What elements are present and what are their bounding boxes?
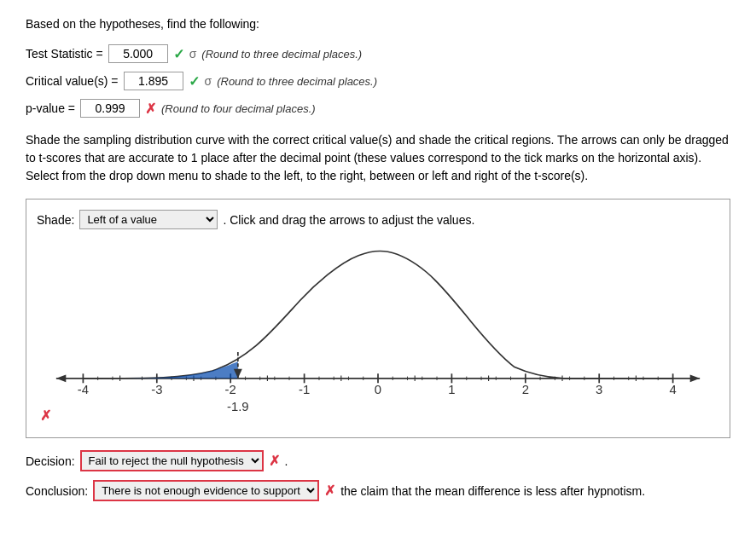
test-statistic-hint: (Round to three decimal places.) (201, 48, 362, 61)
critical-value-label: Critical value(s) = (26, 74, 119, 88)
decision-label: Decision: (26, 454, 75, 468)
svg-text:2: 2 (522, 384, 529, 397)
shade-select[interactable]: Left of a value Right of a value Between… (79, 210, 218, 229)
curve-svg: -4 -3 -2 -1 0 1 2 3 4 -1.9 (37, 240, 719, 427)
instruction-text: Based on the hypotheses, find the follow… (26, 17, 730, 31)
graph-area: -4 -3 -2 -1 0 1 2 3 4 -1.9 (37, 240, 719, 427)
test-statistic-row: Test Statistic = ✓ σ (Round to three dec… (26, 44, 730, 63)
svg-text:0: 0 (375, 384, 381, 397)
p-value-input[interactable] (80, 99, 140, 118)
conclusion-row: Conclusion: There is not enough evidence… (26, 480, 730, 502)
critical-value-row: Critical value(s) = ✓ σ (Round to three … (26, 72, 730, 90)
p-value-hint: (Round to four decimal places.) (161, 102, 316, 115)
critical-value-input[interactable] (124, 72, 183, 90)
test-statistic-input[interactable] (108, 44, 168, 63)
svg-text:-2: -2 (225, 384, 236, 397)
shade-label: Shade: (37, 213, 74, 227)
test-statistic-check-icon[interactable]: ✓ (173, 46, 184, 62)
svg-text:-3: -3 (151, 384, 162, 397)
svg-text:-1.9: -1.9 (227, 401, 249, 414)
shade-instruction-text: Shade the sampling distribution curve wi… (26, 131, 730, 185)
critical-value-sigma-icon: σ (205, 74, 212, 88)
conclusion-select[interactable]: There is not enough evidence to support … (93, 480, 319, 501)
critical-value-hint: (Round to three decimal places.) (217, 75, 377, 88)
critical-value-check-icon[interactable]: ✓ (189, 73, 200, 90)
svg-text:1: 1 (448, 384, 455, 397)
svg-marker-58 (56, 374, 66, 382)
svg-text:-1: -1 (299, 384, 310, 397)
p-value-label: p-value = (26, 101, 75, 115)
graph-x-icon[interactable]: ✗ (40, 408, 51, 424)
shade-row: Shade: Left of a value Right of a value … (37, 210, 719, 229)
svg-text:4: 4 (669, 384, 676, 397)
p-value-x-icon[interactable]: ✗ (145, 101, 156, 117)
svg-text:3: 3 (596, 384, 602, 397)
graph-container: Shade: Left of a value Right of a value … (26, 199, 730, 438)
test-statistic-label: Test Statistic = (26, 47, 103, 61)
conclusion-label: Conclusion: (26, 482, 88, 500)
click-drag-text: . Click and drag the arrows to adjust th… (223, 213, 474, 227)
p-value-row: p-value = ✗ (Round to four decimal place… (26, 99, 730, 118)
decision-period: . (285, 454, 288, 468)
conclusion-suffix: the claim that the mean difference is le… (340, 482, 645, 500)
decision-select[interactable]: Reject the null hypothesis Fail to rejec… (80, 450, 264, 471)
conclusion-x-icon[interactable]: ✗ (324, 480, 335, 502)
svg-marker-59 (690, 374, 700, 382)
svg-text:-4: -4 (78, 384, 89, 397)
test-statistic-sigma-icon: σ (189, 47, 197, 61)
decision-x-icon[interactable]: ✗ (269, 453, 280, 469)
decision-row: Decision: Reject the null hypothesis Fai… (26, 450, 730, 471)
